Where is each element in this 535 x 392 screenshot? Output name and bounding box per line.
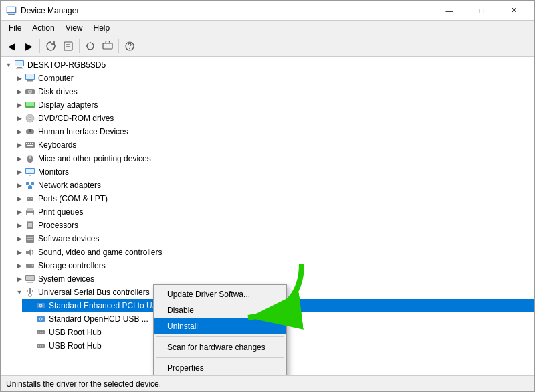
ports-expander[interactable]: ▶ bbox=[14, 193, 25, 204]
tree-item-computer[interactable]: ▶ Computer bbox=[11, 72, 534, 85]
forward-button[interactable]: ▶ bbox=[21, 38, 37, 54]
ctx-separator-1 bbox=[156, 336, 284, 337]
print-icon bbox=[25, 207, 35, 217]
tree-item-ports[interactable]: ▶ Ports (COM & LPT) bbox=[11, 192, 534, 205]
svg-rect-56 bbox=[26, 235, 34, 243]
disk-drives-icon bbox=[25, 86, 35, 97]
tree-item-hid[interactable]: ▶ Human Interface Devices bbox=[11, 125, 534, 138]
svg-rect-32 bbox=[27, 145, 33, 146]
print-expander[interactable]: ▶ bbox=[14, 207, 25, 217]
tree-root[interactable]: ▼ DESKTOP-RGB5SD5 bbox=[1, 58, 534, 72]
ctx-uninstall[interactable]: Uninstall bbox=[154, 318, 286, 334]
menu-file[interactable]: File bbox=[3, 22, 27, 34]
openhcd-spacer bbox=[25, 314, 35, 324]
mice-expander[interactable]: ▶ bbox=[14, 153, 25, 164]
keyboards-expander[interactable]: ▶ bbox=[14, 140, 25, 151]
tree-item-system-devices[interactable]: ▶ System devices bbox=[11, 272, 534, 286]
tree-item-dvd[interactable]: ▶ DVD/CD-ROM drives bbox=[11, 112, 534, 125]
usb-expander[interactable]: ▼ bbox=[14, 287, 25, 298]
svg-point-35 bbox=[29, 157, 31, 158]
tree-item-display-adapters[interactable]: ▶ Display adapters bbox=[11, 98, 534, 112]
toolbar-separator-2 bbox=[79, 39, 80, 53]
status-text: Uninstalls the driver for the selected d… bbox=[6, 379, 161, 389]
help-button[interactable] bbox=[122, 38, 138, 54]
dvd-label: DVD/CD-ROM drives bbox=[38, 114, 114, 123]
tree-item-network[interactable]: ▶ Network adapters bbox=[11, 179, 534, 192]
software-devices-label: Software devices bbox=[38, 234, 99, 243]
menu-help[interactable]: Help bbox=[88, 22, 116, 34]
svg-point-61 bbox=[32, 265, 34, 267]
ports-label: Ports (COM & LPT) bbox=[38, 194, 108, 203]
processors-expander[interactable]: ▶ bbox=[14, 220, 25, 231]
monitors-label: Monitors bbox=[38, 167, 69, 177]
tree-item-disk-drives[interactable]: ▶ Disk drives bbox=[11, 85, 534, 98]
hub2-spacer bbox=[25, 340, 35, 351]
dvd-expander[interactable]: ▶ bbox=[14, 113, 25, 124]
hid-expander[interactable]: ▶ bbox=[14, 126, 25, 137]
svg-point-79 bbox=[40, 345, 41, 347]
root-expander[interactable]: ▼ bbox=[3, 60, 14, 70]
print-queues-label: Print queues bbox=[38, 207, 83, 217]
ctx-update-driver[interactable]: Update Driver Softwa... bbox=[154, 286, 286, 302]
svg-point-74 bbox=[38, 332, 39, 333]
ctx-properties[interactable]: Properties bbox=[154, 360, 286, 375]
tree-item-monitors[interactable]: ▶ Monitors bbox=[11, 165, 534, 179]
ctx-scan-hardware[interactable]: Scan for hardware changes bbox=[154, 339, 286, 355]
tree-item-processors[interactable]: ▶ Processors bbox=[11, 219, 534, 232]
ctx-disable[interactable]: Disable bbox=[154, 302, 286, 318]
menu-view[interactable]: View bbox=[60, 22, 88, 34]
window-title: Device Manager bbox=[21, 6, 430, 15]
display-adapters-icon bbox=[25, 100, 35, 110]
device-manager-window: Device Manager — □ ✕ File Action View He… bbox=[0, 0, 535, 392]
close-button[interactable]: ✕ bbox=[498, 1, 529, 21]
openhcd-icon bbox=[35, 314, 46, 324]
svg-rect-47 bbox=[31, 198, 32, 199]
svg-point-76 bbox=[42, 332, 43, 333]
svg-rect-45 bbox=[27, 197, 33, 201]
update-driver-button[interactable] bbox=[100, 38, 116, 54]
tree-item-sound[interactable]: ▶ Sound, video and game controllers bbox=[11, 246, 534, 259]
refresh-button[interactable] bbox=[43, 38, 59, 54]
svg-rect-16 bbox=[27, 80, 33, 82]
context-menu: Update Driver Softwa... Disable Uninstal… bbox=[153, 284, 287, 375]
software-expander[interactable]: ▶ bbox=[14, 233, 25, 244]
scan-hardware-button[interactable] bbox=[82, 38, 98, 54]
mice-label: Mice and other pointing devices bbox=[38, 154, 151, 163]
display-expander[interactable]: ▶ bbox=[14, 100, 25, 110]
properties-toolbar-button[interactable] bbox=[60, 38, 76, 54]
storage-expander[interactable]: ▶ bbox=[14, 260, 25, 271]
storage-label: Storage controllers bbox=[38, 261, 106, 270]
svg-rect-39 bbox=[28, 186, 32, 189]
system-expander[interactable]: ▶ bbox=[14, 274, 25, 284]
display-adapters-label: Display adapters bbox=[38, 100, 98, 110]
tree-item-keyboards[interactable]: ▶ Keyboards bbox=[11, 138, 534, 152]
openhcd-label: Standard OpenHCD USB ... bbox=[49, 314, 148, 324]
tree-item-storage[interactable]: ▶ Storage controllers bbox=[11, 259, 534, 272]
svg-point-6 bbox=[87, 43, 94, 50]
network-expander[interactable]: ▶ bbox=[14, 180, 25, 191]
back-button[interactable]: ◀ bbox=[3, 38, 19, 54]
svg-point-9 bbox=[129, 47, 130, 49]
svg-point-24 bbox=[29, 118, 31, 119]
disk-expander[interactable]: ▶ bbox=[14, 86, 25, 97]
root-icon bbox=[14, 60, 25, 70]
svg-rect-41 bbox=[31, 182, 34, 185]
computer-expander[interactable]: ▶ bbox=[14, 73, 25, 84]
menu-action[interactable]: Action bbox=[27, 22, 60, 34]
monitors-expander[interactable]: ▶ bbox=[14, 167, 25, 177]
svg-rect-13 bbox=[16, 68, 23, 69]
sound-expander[interactable]: ▶ bbox=[14, 247, 25, 258]
window-controls: — □ ✕ bbox=[434, 1, 529, 21]
software-icon bbox=[25, 233, 35, 244]
svg-rect-40 bbox=[26, 182, 29, 185]
usb-root-hub-1-label: USB Root Hub bbox=[49, 328, 102, 337]
svg-line-44 bbox=[30, 185, 33, 186]
mice-icon bbox=[25, 153, 35, 164]
usb-controllers-label: Universal Serial Bus controllers bbox=[38, 288, 150, 297]
tree-item-software-devices[interactable]: ▶ Software devices bbox=[11, 232, 534, 246]
tree-item-mice[interactable]: ▶ Mice and other pointing devices bbox=[11, 152, 534, 165]
maximize-button[interactable]: □ bbox=[466, 1, 497, 21]
tree-item-print-queues[interactable]: ▶ Print queues bbox=[11, 205, 534, 219]
minimize-button[interactable]: — bbox=[434, 1, 465, 21]
svg-rect-71 bbox=[37, 316, 45, 322]
